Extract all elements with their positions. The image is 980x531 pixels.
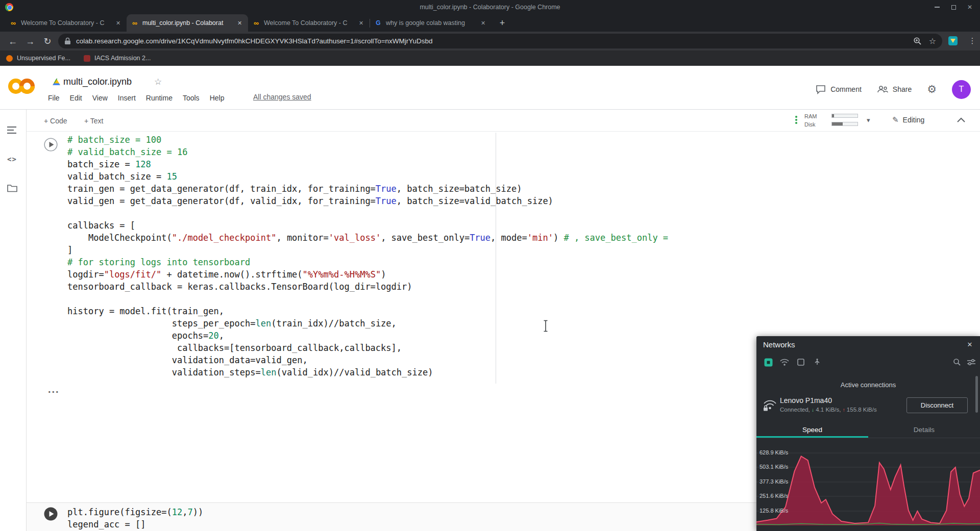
network-speed-chart	[756, 438, 980, 531]
bookmark-item[interactable]: Unsupervised Fe...	[6, 55, 70, 62]
add-code-button[interactable]: + Code	[44, 115, 67, 126]
url-text[interactable]: colab.research.google.com/drive/1KCqVdmu…	[76, 37, 906, 45]
filter-sliders-icon[interactable]	[966, 357, 977, 368]
menu-edit[interactable]: Edit	[65, 94, 87, 102]
share-button[interactable]: Share	[877, 85, 912, 93]
disconnect-button[interactable]: Disconnect	[906, 397, 968, 413]
maximize-button[interactable]	[946, 2, 961, 13]
bookmark-label: IACS Admission 2...	[94, 55, 151, 62]
bookmark-star-icon[interactable]: ☆	[929, 36, 936, 46]
resources-dropdown-icon[interactable]: ▾	[867, 116, 870, 124]
tab-close-button[interactable]: ✕	[114, 19, 122, 28]
wifi-icon[interactable]	[779, 357, 790, 368]
table-of-contents-icon[interactable]	[7, 124, 19, 136]
colab-logo-icon[interactable]	[7, 75, 36, 99]
bookmark-favicon-icon	[6, 55, 13, 62]
run-cell-button[interactable]	[44, 138, 58, 151]
add-text-button[interactable]: + Text	[84, 115, 104, 126]
lock-icon[interactable]	[64, 37, 71, 45]
window-titlebar: multi_color.ipynb - Colaboratory - Googl…	[0, 0, 980, 14]
menu-insert[interactable]: Insert	[113, 94, 141, 102]
browser-tab[interactable]: Gwhy is google colab wasting✕	[370, 14, 492, 32]
bookmark-label: Unsupervised Fe...	[17, 55, 70, 62]
active-connections-label: Active connections	[756, 381, 980, 389]
code-editor[interactable]: # batch_size = 100# valid_batch_size = 1…	[67, 134, 668, 378]
code-line	[67, 293, 668, 305]
colab-menubar: FileEditViewInsertRuntimeToolsHelp	[43, 90, 229, 106]
text-cursor	[543, 320, 549, 332]
code-line: # for storing logs into tensorboard	[67, 256, 668, 268]
menu-help[interactable]: Help	[205, 94, 230, 102]
net-tab-details[interactable]: Details	[868, 423, 980, 438]
ram-label[interactable]: RAM	[804, 113, 817, 119]
code-line: epochs=20,	[67, 330, 668, 342]
bookmark-item[interactable]: IACS Admission 2...	[84, 55, 151, 62]
people-icon	[877, 85, 888, 93]
browser-menu-icon[interactable]: ⋮	[967, 35, 978, 46]
chart-y-tick: 125.8 KiB/s	[760, 508, 788, 514]
ethernet-icon[interactable]	[763, 357, 774, 368]
code-line: plt.figure(figsize=(12,7))	[67, 506, 203, 518]
run-cell-button[interactable]	[44, 507, 58, 521]
extension-icon[interactable]	[948, 36, 958, 45]
networks-tabs: SpeedDetails	[756, 423, 980, 438]
notebook-title[interactable]: multi_color.ipynb	[63, 75, 132, 88]
avatar[interactable]: T	[952, 80, 971, 99]
comment-button[interactable]: Comment	[816, 84, 862, 94]
column-ruler	[496, 133, 496, 384]
reload-button[interactable]: ↻	[41, 35, 54, 48]
search-icon[interactable]	[951, 357, 963, 368]
changes-saved-link[interactable]: All changes saved	[253, 93, 311, 101]
ram-meter[interactable]	[831, 114, 858, 118]
code-line: # batch_size = 100	[67, 134, 668, 146]
settings-gear-icon[interactable]: ⚙	[927, 83, 937, 95]
menu-runtime[interactable]: Runtime	[141, 94, 178, 102]
panel-scrollbar[interactable]	[975, 376, 978, 413]
bookmark-favicon-icon	[84, 55, 90, 62]
close-window-button[interactable]: ✕	[963, 2, 977, 13]
minimize-button[interactable]	[930, 2, 944, 13]
code-editor[interactable]: plt.figure(figsize=(12,7))legend_acc = […	[67, 506, 203, 530]
star-notebook-icon[interactable]: ☆	[154, 77, 162, 87]
browser-tab[interactable]: ∞Welcome To Colaboratory - C✕	[248, 14, 370, 32]
back-button[interactable]: ←	[6, 35, 19, 48]
new-tab-button[interactable]: +	[496, 16, 509, 30]
connect-status-icon[interactable]	[795, 116, 797, 124]
upload-arrow-icon: ↑	[843, 407, 845, 413]
comment-icon	[816, 84, 826, 94]
cellular-icon[interactable]	[795, 357, 806, 368]
tab-close-button[interactable]: ✕	[235, 19, 244, 28]
code-line: # valid_batch_size = 16	[67, 146, 668, 158]
disk-meter[interactable]	[831, 122, 858, 126]
files-icon[interactable]	[7, 183, 19, 194]
browser-tab[interactable]: ∞multi_color.ipynb - Colaborat✕	[127, 14, 248, 32]
net-tab-speed[interactable]: Speed	[756, 423, 868, 438]
code-snippets-icon[interactable]: <>	[7, 154, 19, 165]
close-icon[interactable]: ✕	[965, 340, 975, 350]
code-line: batch_size = 128	[67, 158, 668, 170]
menu-file[interactable]: File	[43, 94, 65, 102]
editing-mode-button[interactable]: ✎ Editing	[892, 115, 924, 124]
connection-name[interactable]: Lenovo P1ma40	[780, 396, 832, 404]
code-line: ModelCheckpoint("./model_checkpoint", mo…	[67, 232, 668, 244]
zoom-icon[interactable]	[913, 37, 922, 45]
tab-close-button[interactable]: ✕	[479, 19, 487, 28]
menu-view[interactable]: View	[87, 94, 113, 102]
browser-tab[interactable]: ∞Welcome To Colaboratory - C✕	[5, 14, 127, 32]
menu-tools[interactable]: Tools	[178, 94, 205, 102]
bookmarks-bar: Unsupervised Fe...IACS Admission 2...	[0, 50, 980, 66]
tethering-icon[interactable]	[812, 357, 823, 368]
code-line: callbacks=[tensorboard_callback,callback…	[67, 342, 668, 354]
tab-close-button[interactable]: ✕	[357, 19, 365, 28]
colab-favicon-icon: ∞	[252, 19, 260, 27]
code-line: history = model.fit(train_gen,	[67, 305, 668, 317]
code-line: callbacks = [	[67, 219, 668, 232]
address-bar[interactable]: colab.research.google.com/drive/1KCqVdmu…	[58, 34, 942, 48]
tab-title: multi_color.ipynb - Colaborat	[142, 19, 232, 27]
forward-button[interactable]: →	[23, 35, 37, 48]
disk-label[interactable]: Disk	[804, 121, 815, 128]
collapse-header-icon[interactable]	[957, 116, 966, 125]
collapsed-output-indicator[interactable]: ...	[48, 384, 60, 395]
networks-panel: Networks ✕ Active connections	[756, 336, 980, 531]
code-line: valid_gen = get_data_generator(df, valid…	[67, 195, 668, 207]
